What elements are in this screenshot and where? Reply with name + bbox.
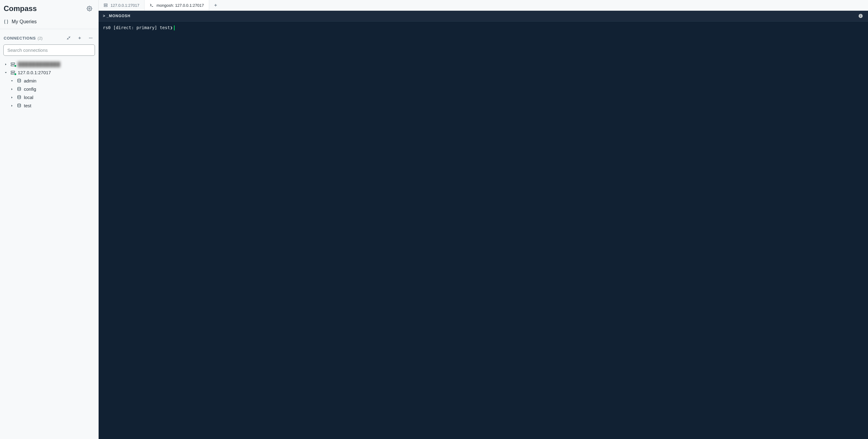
collapse-all-button[interactable] [65, 35, 72, 41]
database-item-config[interactable]: config [0, 85, 98, 93]
svg-rect-12 [11, 71, 15, 72]
terminal-prompt: rs0 [direct: primary] test [103, 25, 170, 31]
svg-point-5 [89, 38, 90, 38]
main-pane: 127.0.0.1:27017 mongosh: 127.0.0.1:27017… [99, 0, 868, 439]
braces-icon [4, 19, 8, 24]
connection-label: 127.0.0.1:27017 [18, 70, 51, 75]
tab-label: mongosh: 127.0.0.1:27017 [156, 3, 204, 8]
mongosh-header-label: _MONGOSH [106, 14, 130, 18]
database-icon [16, 95, 22, 99]
svg-rect-9 [11, 62, 15, 64]
chevron-right-icon [4, 63, 8, 66]
info-icon [858, 13, 863, 19]
connection-tree: ████████████ 127.0.0.1:27017 [0, 59, 98, 111]
svg-point-7 [92, 38, 92, 38]
server-icon [10, 70, 16, 75]
chevron-right-icon [10, 104, 14, 107]
status-dot-icon [14, 73, 17, 76]
svg-point-19 [18, 95, 21, 96]
svg-point-17 [18, 87, 21, 88]
add-connection-button[interactable] [76, 35, 83, 41]
ellipsis-icon [89, 36, 93, 40]
svg-point-21 [18, 104, 21, 105]
chevron-right-icon [10, 96, 14, 99]
server-icon [10, 62, 16, 67]
svg-rect-29 [860, 15, 861, 15]
connection-item[interactable]: 127.0.0.1:27017 [0, 68, 98, 77]
database-item-test[interactable]: test [0, 101, 98, 110]
chevron-down-icon [4, 71, 8, 74]
connection-label: ████████████ [18, 62, 61, 67]
svg-rect-28 [860, 16, 861, 17]
mongosh-terminal[interactable]: rs0 [direct: primary] test❯ [99, 22, 868, 439]
database-label: local [24, 95, 33, 100]
tab-bar: 127.0.0.1:27017 mongosh: 127.0.0.1:27017 [99, 0, 868, 11]
terminal-icon [150, 3, 154, 7]
database-icon [16, 103, 22, 108]
plus-icon [78, 36, 82, 40]
sidebar: Compass My Queries CONNECTIONS (2) [0, 0, 99, 439]
gear-icon [87, 6, 92, 11]
svg-marker-18 [11, 96, 12, 98]
connections-label: CONNECTIONS [4, 36, 36, 40]
terminal-prompt-line: rs0 [direct: primary] test❯ [103, 25, 864, 31]
search-connections-input[interactable] [3, 45, 95, 56]
database-icon [16, 87, 22, 91]
tab-label: 127.0.0.1:27017 [111, 3, 140, 8]
chevron-down-icon [10, 79, 14, 83]
connections-header: CONNECTIONS (2) [0, 29, 98, 45]
prompt-caret-icon: > [103, 14, 105, 18]
database-label: config [24, 86, 36, 92]
svg-line-1 [69, 36, 70, 38]
collapse-icon [66, 36, 71, 40]
add-tab-button[interactable] [209, 0, 222, 10]
svg-marker-16 [11, 88, 12, 90]
svg-point-6 [90, 38, 91, 38]
plus-icon [214, 3, 218, 7]
my-queries-label: My Queries [12, 19, 37, 25]
server-icon [103, 3, 108, 7]
tab-connection[interactable]: 127.0.0.1:27017 [99, 0, 145, 10]
svg-line-2 [67, 38, 68, 39]
svg-point-0 [89, 8, 90, 9]
connections-menu-button[interactable] [87, 35, 94, 41]
tab-mongosh[interactable]: mongosh: 127.0.0.1:27017 [145, 0, 209, 10]
svg-marker-14 [11, 80, 13, 81]
database-icon [16, 79, 22, 83]
svg-point-15 [18, 79, 21, 80]
connections-count: (2) [38, 36, 42, 40]
database-item-local[interactable]: local [0, 93, 98, 101]
settings-button[interactable] [86, 5, 93, 12]
chevron-right-icon [10, 88, 14, 91]
status-dot-icon [14, 65, 17, 67]
prompt-symbol: ❯ [170, 25, 173, 31]
sidebar-header: Compass [0, 0, 98, 16]
connection-item[interactable]: ████████████ [0, 60, 98, 68]
terminal-cursor [174, 25, 175, 30]
svg-marker-20 [11, 105, 12, 107]
database-label: admin [24, 78, 36, 83]
app-title: Compass [4, 4, 37, 13]
database-label: test [24, 103, 31, 108]
database-item-admin[interactable]: admin [0, 77, 98, 85]
svg-marker-11 [5, 72, 7, 73]
mongosh-header: > _MONGOSH [99, 11, 868, 22]
svg-rect-23 [104, 5, 107, 7]
svg-marker-8 [5, 63, 6, 65]
my-queries-nav[interactable]: My Queries [0, 16, 98, 29]
svg-rect-22 [104, 4, 107, 5]
mongosh-info-button[interactable] [858, 13, 863, 19]
